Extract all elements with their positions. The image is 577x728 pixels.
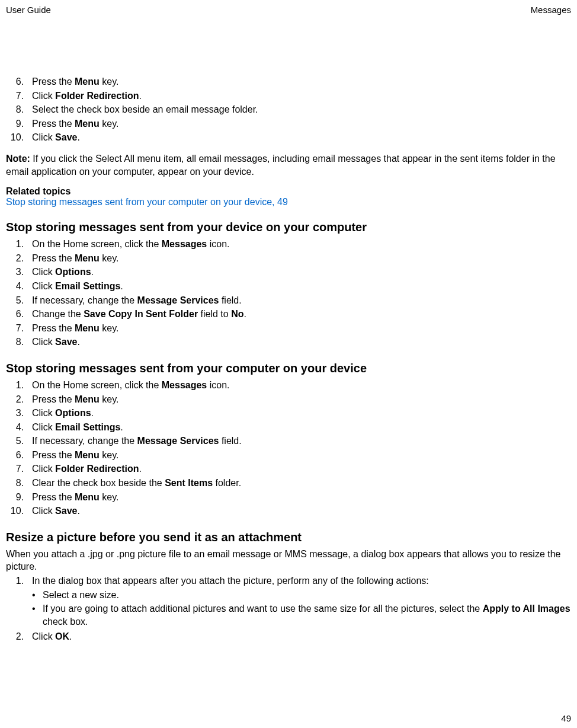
step-text: Click Folder Redirection. (24, 462, 571, 475)
step-text: In the dialog box that appears after you… (24, 574, 571, 629)
step-number: 7. (6, 322, 24, 335)
step-number: 5. (6, 294, 24, 307)
step-text: Click Options. (24, 407, 571, 420)
steps-section-d: 1. In the dialog box that appears after … (6, 574, 571, 643)
step-number: 9. (6, 117, 24, 130)
list-item: 10.Click Save. (6, 505, 571, 518)
header-left: User Guide (6, 5, 51, 15)
list-item: 1.On the Home screen, click the Messages… (6, 379, 571, 392)
section-heading-stop-computer-to-device: Stop storing messages sent from your com… (6, 362, 571, 375)
section-intro: When you attach a .jpg or .png picture f… (6, 548, 571, 573)
step-number: 5. (6, 435, 24, 448)
step-number: 1. (6, 379, 24, 392)
list-item: 4.Click Email Settings. (6, 280, 571, 293)
bullet-icon: • (32, 602, 40, 628)
step-number: 6. (6, 75, 24, 88)
step-text: Click Save. (24, 505, 571, 518)
section-heading-stop-device-to-computer: Stop storing messages sent from your dev… (6, 221, 571, 234)
step-number: 10. (6, 131, 24, 144)
step-text: Select the check box beside an email mes… (24, 103, 571, 116)
step-text: Click Email Settings. (24, 421, 571, 434)
step-number: 4. (6, 421, 24, 434)
step-number: 2. (6, 393, 24, 406)
bullet-item: •Select a new size. (32, 589, 571, 602)
step-text: Press the Menu key. (24, 117, 571, 130)
list-item: 2. Click OK. (6, 630, 571, 643)
step-number: 1. (6, 238, 24, 251)
step-text: Press the Menu key. (24, 393, 571, 406)
list-item: 3.Click Options. (6, 266, 571, 279)
list-item: 5.If necessary, change the Message Servi… (6, 435, 571, 448)
note-paragraph: Note: If you click the Select All menu i… (6, 152, 571, 178)
steps-section-b: 1.On the Home screen, click the Messages… (6, 238, 571, 349)
step-number: 8. (6, 477, 24, 490)
note-label: Note: (6, 154, 30, 164)
step-text: Click Folder Redirection. (24, 90, 571, 103)
step-text: Clear the check box beside the Sent Item… (24, 477, 571, 490)
list-item: 6.Change the Save Copy In Sent Folder fi… (6, 308, 571, 321)
step-text: Click OK. (24, 630, 571, 643)
step-text: Press the Menu key. (24, 252, 571, 265)
step-text: Click Save. (24, 131, 571, 144)
step-text: Click Email Settings. (24, 280, 571, 293)
page-content: 6.Press the Menu key. 7.Click Folder Red… (0, 15, 577, 643)
list-item: 8.Click Save. (6, 336, 571, 349)
step-number: 4. (6, 280, 24, 293)
list-item: 6.Press the Menu key. (6, 449, 571, 462)
section-heading-resize-picture: Resize a picture before you send it as a… (6, 531, 571, 544)
page-header: User Guide Messages (0, 0, 577, 15)
step-text: On the Home screen, click the Messages i… (24, 379, 571, 392)
bullet-text: Select a new size. (40, 589, 571, 602)
step-text: If necessary, change the Message Service… (24, 435, 571, 448)
step-text: On the Home screen, click the Messages i… (24, 238, 571, 251)
step-number: 8. (6, 336, 24, 349)
step-number: 10. (6, 505, 24, 518)
list-item: 4.Click Email Settings. (6, 421, 571, 434)
step-number: 7. (6, 90, 24, 103)
step-text: Press the Menu key. (24, 449, 571, 462)
step-number: 8. (6, 103, 24, 116)
sub-bullets: •Select a new size. •If you are going to… (32, 589, 571, 628)
list-item: 1. In the dialog box that appears after … (6, 574, 571, 629)
step-number: 2. (6, 252, 24, 265)
bullet-item: •If you are going to attach additional p… (32, 602, 571, 628)
list-item: 7.Click Folder Redirection. (6, 462, 571, 475)
list-item: 2.Press the Menu key. (6, 393, 571, 406)
step-text: Press the Menu key. (24, 322, 571, 335)
list-item: 10.Click Save. (6, 131, 571, 144)
steps-section-c: 1.On the Home screen, click the Messages… (6, 379, 571, 518)
step-number: 3. (6, 266, 24, 279)
steps-top: 6.Press the Menu key. 7.Click Folder Red… (6, 75, 571, 144)
step-number: 6. (6, 449, 24, 462)
step-text: Press the Menu key. (24, 491, 571, 504)
step-text: Click Save. (24, 336, 571, 349)
step-text: Click Options. (24, 266, 571, 279)
step-number: 2. (6, 630, 24, 643)
step-number: 6. (6, 308, 24, 321)
related-topics-heading: Related topics (6, 186, 571, 197)
related-topic-link[interactable]: Stop storing messages sent from your com… (6, 197, 571, 207)
list-item: 9.Press the Menu key. (6, 491, 571, 504)
step-number: 7. (6, 462, 24, 475)
note-text: If you click the Select All menu item, a… (6, 154, 556, 177)
list-item: 8.Clear the check box beside the Sent It… (6, 477, 571, 490)
page-number: 49 (561, 713, 571, 723)
step-text: If necessary, change the Message Service… (24, 294, 571, 307)
list-item: 3.Click Options. (6, 407, 571, 420)
bullet-icon: • (32, 589, 40, 602)
step-text: Press the Menu key. (24, 75, 571, 88)
bullet-text: If you are going to attach additional pi… (40, 602, 571, 628)
list-item: 7.Press the Menu key. (6, 322, 571, 335)
step-number: 9. (6, 491, 24, 504)
header-right: Messages (531, 5, 571, 15)
list-item: 5.If necessary, change the Message Servi… (6, 294, 571, 307)
list-item: 6.Press the Menu key. (6, 75, 571, 88)
list-item: 2.Press the Menu key. (6, 252, 571, 265)
list-item: 1.On the Home screen, click the Messages… (6, 238, 571, 251)
list-item: 7.Click Folder Redirection. (6, 90, 571, 103)
step-number: 1. (6, 574, 24, 629)
step-number: 3. (6, 407, 24, 420)
list-item: 8.Select the check box beside an email m… (6, 103, 571, 116)
step-text: Change the Save Copy In Sent Folder fiel… (24, 308, 571, 321)
list-item: 9.Press the Menu key. (6, 117, 571, 130)
